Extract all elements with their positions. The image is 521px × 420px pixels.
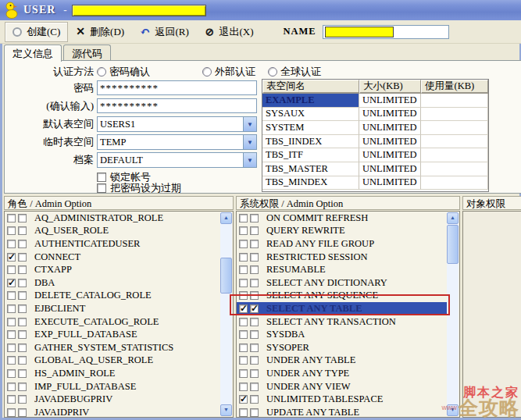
- admin-option-checkbox[interactable]: [250, 253, 259, 262]
- admin-option-checkbox[interactable]: [250, 383, 259, 391]
- privilege-item[interactable]: UNDER ANY VIEW: [237, 380, 447, 393]
- grant-checkbox[interactable]: [7, 214, 16, 222]
- role-item[interactable]: IMP_FULL_DATABASE: [5, 380, 220, 393]
- privilege-item[interactable]: UPDATE ANY TABLE: [237, 406, 447, 418]
- grant-checkbox[interactable]: [7, 356, 16, 365]
- grant-checkbox[interactable]: [7, 226, 16, 235]
- name-input[interactable]: [323, 25, 449, 39]
- admin-option-checkbox[interactable]: [18, 304, 27, 313]
- privilege-item[interactable]: UNDER ANY TABLE: [237, 354, 447, 368]
- privilege-item[interactable]: SYSOPER: [237, 341, 447, 354]
- grant-checkbox[interactable]: [239, 279, 248, 287]
- admin-option-checkbox[interactable]: [18, 356, 27, 365]
- role-item[interactable]: AQ_ADMINISTRATOR_ROLE: [5, 212, 220, 225]
- grant-checkbox[interactable]: [7, 304, 16, 313]
- role-item[interactable]: CTXAPP: [5, 263, 220, 276]
- grant-checkbox[interactable]: [239, 330, 248, 339]
- scrollbar-thumb[interactable]: [220, 258, 232, 294]
- privilege-item[interactable]: QUERY REWRITE: [237, 225, 447, 238]
- radio-password-auth[interactable]: 密码确认: [97, 65, 150, 79]
- column-header-size[interactable]: 大小(KB): [359, 80, 421, 94]
- admin-option-checkbox[interactable]: [250, 318, 259, 326]
- grant-checkbox[interactable]: [7, 330, 16, 339]
- privilege-item[interactable]: RESUMABLE: [237, 263, 447, 276]
- grant-checkbox[interactable]: [7, 253, 16, 262]
- role-item[interactable]: AUTHENTICATEDUSER: [5, 237, 220, 251]
- grant-checkbox[interactable]: [239, 383, 248, 391]
- admin-option-checkbox[interactable]: [250, 408, 259, 417]
- scroll-down-icon[interactable]: ▼: [220, 404, 232, 416]
- radio-external-auth[interactable]: 外部认证: [202, 65, 255, 79]
- admin-option-checkbox[interactable]: [250, 265, 259, 274]
- role-item[interactable]: CONNECT: [5, 251, 220, 264]
- admin-option-checkbox[interactable]: [250, 330, 259, 339]
- privilege-item[interactable]: SELECT ANY DICTIONARY: [237, 276, 447, 290]
- admin-option-checkbox[interactable]: [18, 265, 27, 274]
- admin-option-checkbox[interactable]: [18, 240, 27, 248]
- grant-checkbox[interactable]: [239, 304, 248, 313]
- grant-checkbox[interactable]: [239, 408, 248, 417]
- grant-checkbox[interactable]: [239, 318, 248, 326]
- admin-option-checkbox[interactable]: [250, 356, 259, 365]
- table-row[interactable]: TBS_IINDEX UNLIMITED: [262, 135, 488, 149]
- admin-option-checkbox[interactable]: [18, 318, 27, 326]
- grant-checkbox[interactable]: [239, 240, 248, 248]
- back-button[interactable]: ↶ 返回(R): [132, 22, 197, 42]
- grant-checkbox[interactable]: [239, 226, 248, 235]
- admin-option-checkbox[interactable]: [250, 214, 259, 222]
- admin-option-checkbox[interactable]: [18, 395, 27, 404]
- create-button[interactable]: 创建(C): [5, 22, 68, 42]
- profile-select[interactable]: DEFAULT ▼: [97, 152, 257, 168]
- grant-checkbox[interactable]: [7, 318, 16, 326]
- chevron-down-icon[interactable]: ▼: [243, 117, 256, 131]
- sysprivs-scrollbar[interactable]: ▲ ▼: [447, 212, 459, 416]
- column-header-name[interactable]: 表空间名: [262, 80, 359, 94]
- role-item[interactable]: EJBCLIENT: [5, 302, 220, 315]
- password-field[interactable]: [97, 80, 257, 95]
- table-row[interactable]: SYSAUX UNLIMITED: [262, 108, 488, 122]
- admin-option-checkbox[interactable]: [18, 383, 27, 391]
- table-row[interactable]: TBS_MASTER UNLIMITED: [262, 162, 488, 176]
- admin-option-checkbox[interactable]: [18, 369, 27, 378]
- admin-option-checkbox[interactable]: [250, 240, 259, 248]
- privilege-item[interactable]: SELECT ANY SEQUENCE: [237, 290, 447, 303]
- grant-checkbox[interactable]: [7, 343, 16, 352]
- default-tablespace-select[interactable]: USERS1 ▼: [97, 116, 257, 132]
- grant-checkbox[interactable]: [239, 395, 248, 404]
- role-item[interactable]: AQ_USER_ROLE: [5, 225, 220, 238]
- admin-option-checkbox[interactable]: [250, 369, 259, 378]
- role-item[interactable]: DELETE_CATALOG_ROLE: [5, 290, 220, 303]
- grant-checkbox[interactable]: [7, 369, 16, 378]
- grant-checkbox[interactable]: [239, 291, 248, 300]
- role-item[interactable]: JAVAIDPRIV: [5, 406, 220, 418]
- radio-global-auth[interactable]: 全球认证: [268, 65, 321, 79]
- temp-tablespace-select[interactable]: TEMP ▼: [97, 134, 257, 150]
- privilege-item[interactable]: UNDER ANY TYPE: [237, 367, 447, 380]
- role-item[interactable]: JAVADEBUGPRIV: [5, 393, 220, 406]
- chevron-down-icon[interactable]: ▼: [243, 153, 256, 167]
- roles-scrollbar[interactable]: ▲ ▼: [220, 212, 232, 416]
- admin-option-checkbox[interactable]: [250, 226, 259, 235]
- grant-checkbox[interactable]: [239, 253, 248, 262]
- expire-password-checkbox[interactable]: [97, 183, 106, 193]
- grant-checkbox[interactable]: [239, 214, 248, 222]
- table-row[interactable]: EXAMPLE UNLIMITED: [262, 94, 488, 108]
- tab[interactable]: 定义信息: [4, 44, 62, 62]
- admin-option-checkbox[interactable]: [18, 226, 27, 235]
- grant-checkbox[interactable]: [239, 265, 248, 274]
- confirm-password-field[interactable]: [97, 98, 257, 113]
- scrollbar-thumb[interactable]: [447, 225, 459, 264]
- privilege-item[interactable]: RESTRICTED SESSION: [237, 251, 447, 264]
- admin-option-checkbox[interactable]: [250, 343, 259, 352]
- grant-checkbox[interactable]: [7, 395, 16, 404]
- grant-checkbox[interactable]: [7, 291, 16, 300]
- column-header-usage[interactable]: 使用量(KB): [421, 80, 488, 94]
- grant-checkbox[interactable]: [239, 343, 248, 352]
- title-highlighted-field[interactable]: [72, 5, 206, 16]
- role-item[interactable]: GATHER_SYSTEM_STATISTICS: [5, 341, 220, 354]
- expire-password-option[interactable]: 把密码设为过期: [97, 181, 181, 195]
- admin-option-checkbox[interactable]: [18, 330, 27, 339]
- role-item[interactable]: EXECUTE_CATALOG_ROLE: [5, 315, 220, 329]
- exit-button[interactable]: ⊘ 退出(X): [197, 22, 262, 42]
- privilege-item[interactable]: ON COMMIT REFRESH: [237, 212, 447, 225]
